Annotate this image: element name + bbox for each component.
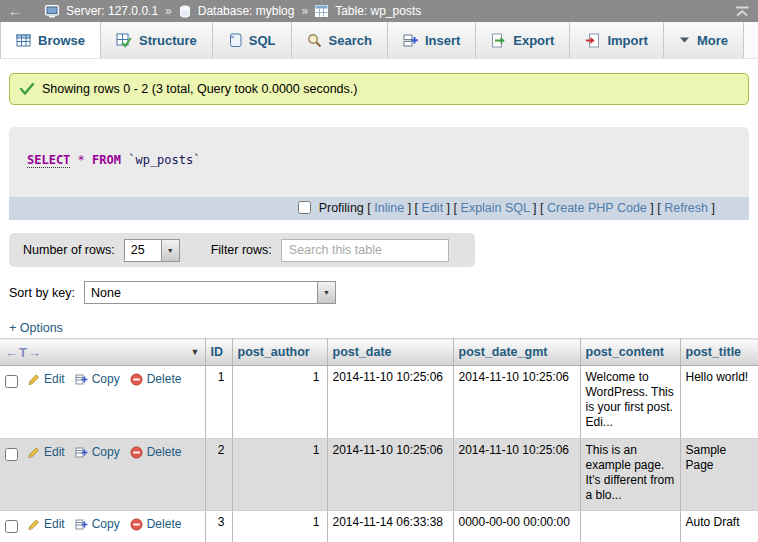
- tab-more[interactable]: More: [664, 22, 744, 58]
- options-toggle-link[interactable]: + Options: [9, 321, 63, 335]
- cell-post-date: 2014-11-10 10:25:06: [327, 439, 453, 511]
- server-icon: [45, 5, 59, 18]
- edit-link[interactable]: Edit: [27, 372, 65, 386]
- sql-icon: [228, 33, 242, 48]
- cell-post-date: 2014-11-10 10:25:06: [327, 366, 453, 439]
- copy-link[interactable]: Copy: [75, 517, 120, 531]
- sort-key-select[interactable]: None: [84, 281, 336, 304]
- delete-icon: [130, 518, 143, 531]
- edit-link[interactable]: Edit: [27, 517, 65, 531]
- export-icon: [491, 33, 506, 48]
- bracket: [: [367, 201, 370, 215]
- bracket: ]: [533, 201, 536, 215]
- tab-import[interactable]: Import: [570, 22, 663, 58]
- delete-link[interactable]: Delete: [130, 372, 182, 386]
- cell-post-content: This is an example page. It's different …: [580, 439, 680, 511]
- column-menu-arrow-icon[interactable]: ▼: [191, 347, 200, 357]
- sql-query-panel: SELECT * FROM `wp_posts` Profiling [ Inl…: [9, 127, 749, 220]
- table-row: EditCopyDelete 3 1 2014-11-14 06:33:38 0…: [0, 511, 758, 542]
- pencil-icon: [27, 373, 40, 386]
- tab-label: More: [697, 33, 728, 48]
- search-icon: [307, 33, 322, 48]
- bracket: ]: [712, 201, 715, 215]
- delete-link[interactable]: Delete: [130, 517, 182, 531]
- explain-sql-link[interactable]: Explain SQL: [461, 201, 530, 215]
- tab-label: Export: [513, 33, 554, 48]
- delete-link[interactable]: Delete: [130, 445, 182, 459]
- back-arrow-icon[interactable]: ←: [8, 3, 22, 19]
- breadcrumb-database-link[interactable]: Database: myblog: [198, 4, 295, 18]
- sql-keyword-select[interactable]: SELECT: [27, 153, 70, 168]
- cell-post-date-gmt: 2014-11-10 10:25:06: [453, 366, 580, 439]
- breadcrumb-separator: »: [165, 4, 172, 18]
- tab-structure[interactable]: Structure: [101, 22, 213, 58]
- column-header-post-date[interactable]: post_date: [327, 339, 453, 366]
- tab-browse[interactable]: Browse: [0, 22, 101, 58]
- tab-label: Search: [329, 33, 372, 48]
- cell-post-author: 1: [232, 366, 327, 439]
- status-message: Showing rows 0 - 2 (3 total, Query took …: [9, 73, 749, 105]
- number-of-rows-select[interactable]: 25: [124, 239, 180, 262]
- column-header-post-date-gmt[interactable]: post_date_gmt: [453, 339, 580, 366]
- cell-post-date: 2014-11-14 06:33:38: [327, 511, 453, 542]
- sort-row: Sort by key: None: [9, 281, 758, 304]
- copy-link[interactable]: Copy: [75, 445, 120, 459]
- chevron-down-icon: [679, 36, 690, 44]
- row-select-checkbox[interactable]: [5, 520, 18, 533]
- cell-post-date-gmt: 2014-11-10 10:25:06: [453, 439, 580, 511]
- filter-rows-label: Filter rows:: [211, 243, 272, 257]
- pencil-icon: [27, 446, 40, 459]
- column-header-post-author[interactable]: post_author: [232, 339, 327, 366]
- bracket: [: [657, 201, 660, 215]
- row-select-checkbox[interactable]: [5, 375, 18, 388]
- row-select-checkbox[interactable]: [5, 448, 18, 461]
- column-header-id[interactable]: ID: [205, 339, 232, 366]
- sql-query-text: SELECT * FROM `wp_posts`: [9, 127, 749, 197]
- tab-insert[interactable]: Insert: [388, 22, 476, 58]
- cell-id: 1: [205, 366, 232, 439]
- row-actions-cell: EditCopyDelete: [0, 366, 205, 439]
- collapse-console-icon[interactable]: [735, 6, 750, 17]
- column-header-post-content[interactable]: post_content: [580, 339, 680, 366]
- cell-post-content: Welcome to WordPress. This is your first…: [580, 366, 680, 439]
- refresh-link[interactable]: Refresh: [664, 201, 708, 215]
- filter-rows-input[interactable]: [281, 239, 449, 262]
- rows-control-bar: Number of rows: 25 Filter rows:: [9, 233, 475, 267]
- inline-link[interactable]: Inline: [374, 201, 404, 215]
- actions-header-cell: ←T→ ▼: [0, 339, 205, 366]
- tab-label: Import: [607, 33, 647, 48]
- create-php-code-link[interactable]: Create PHP Code: [547, 201, 647, 215]
- edit-link[interactable]: Edit: [27, 445, 65, 459]
- sort-by-key-label: Sort by key:: [9, 286, 75, 300]
- table-row: EditCopyDelete 1 1 2014-11-10 10:25:06 2…: [0, 366, 758, 439]
- edit-query-link[interactable]: Edit: [422, 201, 444, 215]
- tab-label: SQL: [249, 33, 276, 48]
- sql-inline-links-bar: Profiling [ Inline ] [ Edit ] [ Explain …: [9, 197, 749, 220]
- bracket: [: [454, 201, 457, 215]
- tab-sql[interactable]: SQL: [213, 22, 292, 58]
- breadcrumb-server-link[interactable]: Server: 127.0.0.1: [66, 4, 158, 18]
- sql-asterisk: *: [78, 153, 85, 167]
- tab-search[interactable]: Search: [292, 22, 388, 58]
- bracket: [: [415, 201, 418, 215]
- breadcrumb-separator: »: [301, 4, 308, 18]
- number-of-rows-select-wrap: 25: [124, 239, 180, 262]
- cell-id: 2: [205, 439, 232, 511]
- profiling-checkbox[interactable]: [298, 201, 311, 214]
- copy-icon: [75, 518, 88, 531]
- row-actions-cell: EditCopyDelete: [0, 511, 205, 542]
- delete-icon: [130, 446, 143, 459]
- cell-post-author: 1: [232, 439, 327, 511]
- status-message-text: Showing rows 0 - 2 (3 total, Query took …: [42, 82, 357, 96]
- bracket: ]: [650, 201, 653, 215]
- copy-link[interactable]: Copy: [75, 372, 120, 386]
- column-header-post-title[interactable]: post_title: [680, 339, 758, 366]
- insert-icon: [403, 33, 418, 48]
- cell-id: 3: [205, 511, 232, 542]
- tab-export[interactable]: Export: [476, 22, 570, 58]
- breadcrumb-table-link[interactable]: Table: wp_posts: [335, 4, 421, 18]
- row-actions-cell: EditCopyDelete: [0, 439, 205, 511]
- delete-icon: [130, 373, 143, 386]
- import-icon: [585, 33, 600, 48]
- transpose-icon[interactable]: ←T→: [5, 345, 42, 360]
